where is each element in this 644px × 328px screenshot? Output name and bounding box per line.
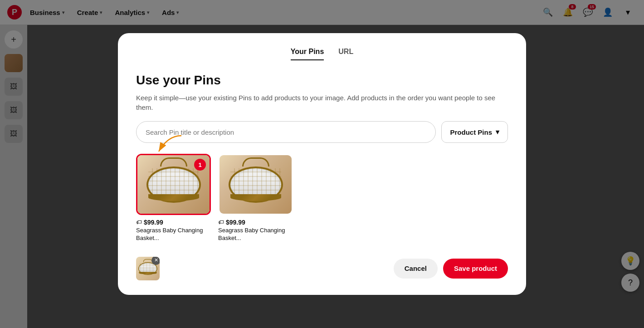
selection-badge-1: 1 (194, 159, 206, 171)
price-tag-icon-2: 🏷 (218, 219, 224, 225)
remove-selected-pin-button[interactable]: ✕ (151, 257, 160, 265)
pin-card-2[interactable]: 🏷 $99.99 Seagrass Baby Changing Basket..… (218, 154, 293, 242)
pin-image-1: 1 (136, 154, 211, 215)
tab-your-pins[interactable]: Your Pins (291, 48, 324, 60)
use-your-pins-modal: Your Pins URL Use your Pins Keep it simp… (118, 33, 526, 295)
modal-tabs: Your Pins URL (136, 48, 508, 60)
basket-weave (148, 168, 199, 194)
basket-body-2 (229, 166, 283, 203)
basket-rim (148, 194, 199, 201)
modal-title: Use your Pins (136, 73, 508, 88)
modal-overlay: Your Pins URL Use your Pins Keep it simp… (0, 0, 644, 328)
basket-weave-2 (230, 168, 281, 194)
basket-body (146, 166, 201, 203)
modal-footer: ✕ Cancel Save product (136, 257, 508, 280)
tab-url[interactable]: URL (338, 48, 353, 60)
pin-price-1: 🏷 $99.99 (136, 219, 211, 226)
save-product-button[interactable]: Save product (443, 259, 508, 279)
price-tag-icon-1: 🏷 (136, 219, 141, 225)
basket-handles (160, 157, 187, 166)
dropdown-chevron-icon: ▾ (496, 128, 499, 136)
pin-grid: 1 🏷 $99.99 Seagrass Baby Changing Basket… (136, 154, 508, 242)
pin-card-1[interactable]: 1 🏷 $99.99 Seagrass Baby Changing Basket… (136, 154, 211, 242)
search-row: Product Pins ▾ (136, 121, 508, 143)
modal-description: Keep it simple—use your existing Pins to… (136, 93, 508, 112)
search-input[interactable] (136, 121, 436, 143)
product-pins-dropdown[interactable]: Product Pins ▾ (441, 121, 508, 143)
search-input-wrap (136, 121, 436, 143)
selected-pin-thumbnail: ✕ (136, 257, 160, 280)
pin-name-2: Seagrass Baby Changing Basket... (218, 227, 293, 242)
basket-rim-2 (230, 194, 281, 201)
pin-price-2: 🏷 $99.99 (218, 219, 293, 226)
basket-handles-2 (242, 157, 269, 166)
pin-name-1: Seagrass Baby Changing Basket... (136, 227, 211, 242)
cancel-button[interactable]: Cancel (394, 259, 438, 279)
pin-image-2 (218, 154, 293, 215)
footer-basket-rim (139, 272, 156, 274)
